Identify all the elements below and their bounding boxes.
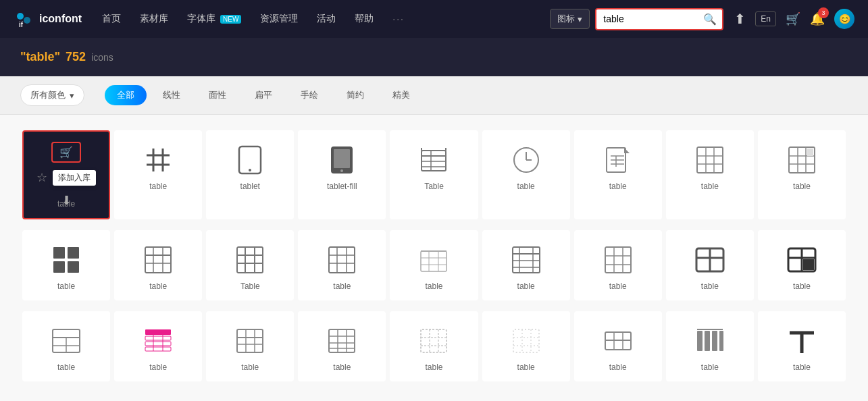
icon-label: table (425, 282, 442, 291)
nav-menu: 首页 素材库 字体库 NEW 资源管理 活动 帮助 ··· (102, 13, 550, 25)
lang-button[interactable]: En (755, 11, 776, 26)
icon-item[interactable]: table (298, 311, 386, 381)
icon-svg (234, 144, 266, 176)
svg-rect-97 (329, 329, 355, 352)
style-simple[interactable]: 简约 (334, 85, 376, 105)
icon-item[interactable]: Table (206, 230, 294, 300)
icon-svg (786, 244, 818, 276)
icon-svg (326, 325, 358, 357)
icon-svg (417, 325, 450, 357)
avatar[interactable]: 😊 (834, 9, 854, 29)
nav-home[interactable]: 首页 (102, 13, 121, 25)
icon-svg (417, 144, 450, 176)
results-bar: "table" 752 icons (0, 38, 868, 76)
style-flat[interactable]: 扁平 (242, 85, 284, 105)
icon-label: Table (424, 182, 444, 191)
svg-rect-88 (145, 342, 171, 346)
svg-rect-108 (513, 329, 539, 352)
icon-item[interactable]: table (758, 230, 846, 300)
icon-svg (326, 144, 358, 176)
cart-button[interactable]: 🛒 (786, 11, 800, 26)
style-hand[interactable]: 手绘 (288, 85, 330, 105)
search-input[interactable] (596, 10, 698, 28)
icon-row-3: table table (20, 309, 848, 383)
svg-rect-48 (237, 247, 263, 273)
logo[interactable]: if iconfont (14, 8, 82, 30)
icon-item[interactable]: table (114, 230, 202, 300)
icon-item[interactable]: table (390, 230, 478, 300)
icon-svg (142, 244, 174, 276)
favorite-icon[interactable]: ☆ (36, 170, 47, 185)
logo-icon: if (14, 8, 35, 30)
nav-activity[interactable]: 活动 (317, 13, 336, 25)
svg-rect-42 (68, 261, 79, 273)
svg-rect-43 (145, 247, 171, 273)
style-filled[interactable]: 面性 (197, 85, 238, 105)
svg-rect-81 (803, 259, 814, 270)
svg-rect-28 (697, 147, 723, 173)
icon-item[interactable]: table (114, 130, 202, 219)
icon-item[interactable]: table (482, 130, 570, 219)
icon-label: tablet-fill (327, 182, 357, 191)
icon-item[interactable]: table (298, 230, 386, 300)
icon-item[interactable]: table (666, 311, 754, 381)
svg-rect-39 (53, 247, 65, 259)
nav-help[interactable]: 帮助 (355, 13, 374, 25)
svg-rect-64 (513, 247, 540, 273)
icon-item[interactable]: table (574, 230, 662, 300)
icon-item[interactable]: table (22, 230, 110, 300)
nav-materials[interactable]: 素材库 (140, 13, 168, 25)
icon-item[interactable]: table (574, 311, 662, 381)
featured-cart-button[interactable]: 🛒 (51, 142, 81, 163)
nav-resources[interactable]: 资源管理 (260, 13, 298, 25)
svg-rect-12 (422, 151, 446, 171)
icon-item[interactable]: table (482, 311, 570, 381)
svg-rect-89 (145, 347, 171, 351)
icon-label: table (609, 282, 627, 291)
notification-button[interactable]: 🔔 3 (810, 11, 825, 26)
svg-point-8 (249, 169, 251, 171)
svg-rect-58 (421, 251, 446, 271)
icon-label: Table (240, 282, 260, 291)
search-button[interactable]: 🔍 (698, 9, 722, 29)
icon-label: table (333, 282, 351, 291)
icon-item[interactable]: tablet (206, 130, 294, 219)
icon-item[interactable]: table (574, 130, 662, 219)
icon-item[interactable]: table (22, 311, 110, 381)
icon-label: table (517, 363, 535, 372)
nav-more[interactable]: ··· (392, 14, 405, 24)
icon-item[interactable]: table (206, 311, 294, 381)
style-line[interactable]: 线性 (151, 85, 193, 105)
download-icon[interactable]: ⬇ (61, 193, 72, 208)
icon-item[interactable]: table (758, 311, 846, 381)
svg-rect-117 (697, 331, 703, 351)
color-filter[interactable]: 所有颜色 ▾ (20, 84, 84, 106)
icon-svg (602, 325, 634, 357)
icon-item[interactable]: table (390, 311, 478, 381)
search-type-button[interactable]: 图标 ▾ (550, 9, 590, 29)
icon-item[interactable]: table (666, 230, 754, 300)
search-query: "table" (20, 50, 60, 64)
icon-svg (510, 144, 542, 176)
icon-item[interactable]: tablet-fill (298, 130, 386, 219)
chevron-down-icon: ▾ (578, 14, 582, 24)
icon-row-2: table table (20, 228, 848, 302)
icon-row-1: 🛒 ☆ 添加入库 ⬇ table table (20, 128, 848, 221)
notification-badge: 3 (818, 7, 829, 18)
style-fine[interactable]: 精美 (380, 85, 422, 105)
icon-item[interactable]: table (482, 230, 570, 300)
icon-item[interactable]: table (114, 311, 202, 381)
style-all[interactable]: 全部 (105, 85, 147, 105)
icon-label: table (517, 282, 535, 291)
icon-label: table (701, 182, 719, 191)
nav-fonts[interactable]: 字体库 NEW (187, 13, 241, 25)
svg-text:if: if (19, 21, 24, 28)
icon-label: table (609, 363, 627, 372)
icon-item[interactable]: Table (390, 130, 478, 219)
icon-item-featured[interactable]: 🛒 ☆ 添加入库 ⬇ table (22, 130, 110, 219)
icon-item[interactable]: table (666, 130, 754, 219)
header-icons: ⬆ En 🛒 🔔 3 😊 (734, 9, 854, 29)
icon-label: table (57, 282, 75, 291)
icon-item[interactable]: table (758, 130, 846, 219)
upload-button[interactable]: ⬆ (734, 11, 746, 27)
